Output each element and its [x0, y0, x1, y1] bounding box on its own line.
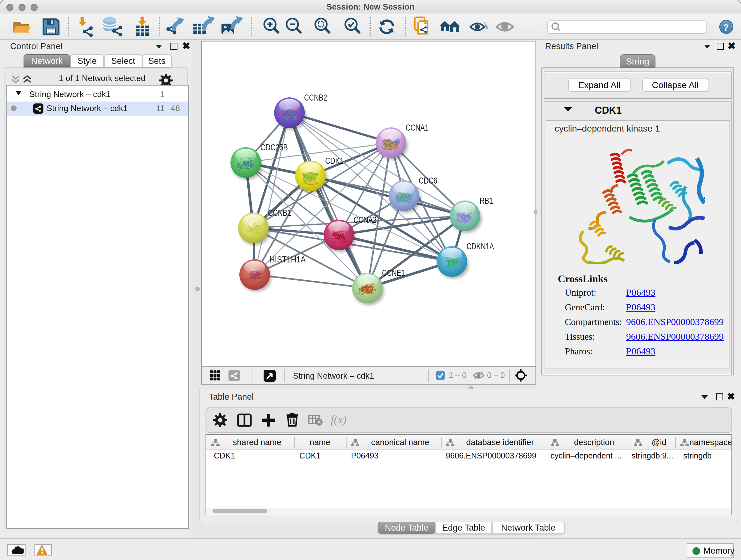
- svg-text:CDC6: CDC6: [419, 176, 437, 186]
- svg-text:CCNA2: CCNA2: [354, 215, 377, 225]
- svg-text:CDC25B: CDC25B: [260, 143, 288, 152]
- svg-text:CCNA1: CCNA1: [406, 123, 428, 132]
- svg-text:CCNB1: CCNB1: [268, 208, 291, 218]
- svg-text:HIST1H1A: HIST1H1A: [269, 255, 306, 264]
- svg-text:RB1: RB1: [480, 196, 493, 206]
- svg-text:CCNE1: CCNE1: [382, 268, 405, 278]
- svg-text:CDK1: CDK1: [325, 156, 344, 166]
- svg-text:CCNB2: CCNB2: [304, 93, 327, 103]
- svg-text:CDKN1A: CDKN1A: [467, 242, 494, 251]
